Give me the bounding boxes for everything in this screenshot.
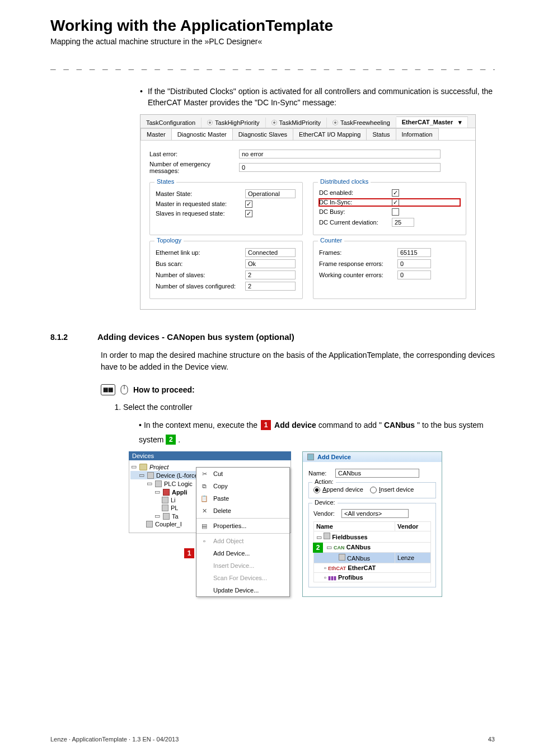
num-slaves-configured-label: Number of slaves configured: [156, 283, 245, 290]
callout-2-marker: 2 [313, 543, 323, 553]
append-device-radio[interactable]: AAppend deviceppend device [313, 486, 363, 493]
menu-add-device[interactable]: 1 Add Device... [196, 547, 289, 559]
canbus-item-icon [339, 554, 345, 561]
dc-busy-checkbox[interactable] [392, 208, 399, 216]
tab-taskfreewheeling[interactable]: TaskFreewheeling [327, 118, 396, 128]
paste-icon: 📋 [200, 494, 209, 503]
ethernet-link-value: Connected [245, 248, 296, 257]
insert-device-radio[interactable]: Insert device [370, 486, 414, 493]
properties-icon: ▤ [200, 521, 209, 530]
dc-deviation-value: 25 [392, 218, 414, 227]
tree-coupler[interactable]: Coupler_I [155, 521, 182, 528]
dc-insync-label: DC In-Sync: [319, 199, 392, 206]
dc-enabled-checkbox[interactable] [392, 189, 399, 197]
menu-paste[interactable]: 📋Paste [196, 492, 289, 505]
subtab-diagnostic-master[interactable]: Diagnostic Master [171, 128, 233, 140]
separator: _ _ _ _ _ _ _ _ _ _ _ _ _ _ _ _ _ _ _ _ … [50, 59, 495, 70]
last-error-label: Last error: [149, 151, 239, 157]
sub-tabstrip: Master Diagnostic Master Diagnostic Slav… [140, 128, 475, 141]
ethernet-link-label: Ethernet link up: [156, 249, 245, 256]
vendor-label: Vendor: [313, 510, 341, 517]
master-requested-checkbox[interactable] [245, 200, 252, 208]
mouse-icon [120, 385, 129, 395]
action-legend: Action: [312, 478, 336, 485]
menu-properties[interactable]: ▤Properties... [196, 520, 289, 532]
section-paragraph: In order to map the desired machine stru… [101, 349, 495, 373]
task-icon [163, 513, 170, 520]
tree-profibus[interactable]: Profibus [338, 574, 363, 581]
tab-taskmidpriority[interactable]: TaskMidPriority [266, 118, 327, 128]
tree-plc-logic[interactable]: PLC Logic [164, 480, 193, 487]
num-slaves-configured-value: 2 [245, 282, 296, 291]
how-to-proceed: ▦▦ How to proceed: [101, 384, 495, 395]
tree-application[interactable]: Appli [172, 489, 188, 496]
tree-pl[interactable]: PL [171, 505, 178, 511]
bus-scan-label: Bus scan: [156, 260, 245, 267]
topology-legend: Topology [154, 237, 184, 244]
menu-copy[interactable]: ⧉Copy [196, 480, 289, 492]
counter-legend: Counter [318, 237, 344, 244]
fieldbusses-icon [324, 533, 330, 539]
frame-response-errors-label: Frame response errors: [319, 260, 397, 267]
tree-ethercat[interactable]: EtherCAT [348, 564, 376, 571]
section-heading: Adding devices - CANopen bus system (opt… [97, 332, 294, 342]
counter-group: Counter Frames:65115 Frame response erro… [313, 241, 466, 299]
context-menu: ✂Cut ⧉Copy 📋Paste ✕Delete ▤Properties...… [196, 467, 290, 597]
subtab-master[interactable]: Master [140, 128, 172, 140]
top-tabstrip: TaskConfiguration TaskHighPriority TaskM… [140, 115, 475, 128]
gear-icon [271, 120, 277, 125]
ethercat-diagnostic-screenshot: TaskConfiguration TaskHighPriority TaskM… [140, 114, 476, 310]
page-title: Working with the ApplicationTemplate [50, 17, 495, 35]
master-requested-label: Master in requested state: [156, 200, 245, 207]
col-vendor[interactable]: Vendor [395, 522, 431, 531]
topology-group: Topology Ethernet link up:Connected Bus … [149, 241, 303, 299]
subtab-information[interactable]: Information [396, 128, 439, 140]
subtab-status[interactable]: Status [366, 128, 396, 140]
subtab-ethercat-io-mapping[interactable]: EtherCAT I/O Mapping [293, 128, 367, 140]
tab-taskconfiguration[interactable]: TaskConfiguration [140, 118, 202, 128]
tree-task[interactable]: Ta [172, 513, 179, 520]
device-group: Device: Vendor:<All vendors> NameVendor … [308, 503, 436, 587]
states-group: States Master State:Operational Master i… [149, 182, 303, 235]
tree-lib[interactable]: Li [171, 497, 176, 503]
device-icon [147, 472, 154, 479]
bus-scan-value: Ok [245, 259, 296, 268]
pl-icon [162, 505, 168, 511]
menu-update-device[interactable]: Update Device... [196, 584, 289, 596]
device-table[interactable]: NameVendor ▭ Fieldbusses 2 ▭ CAN CANbus … [313, 521, 431, 582]
devices-panel-title: Devices [129, 451, 291, 460]
last-error-value: no error [239, 150, 441, 158]
states-legend: States [154, 178, 176, 185]
callout-1-marker: 1 [184, 548, 194, 558]
tree-canbus-group[interactable]: CANbus [346, 544, 371, 550]
tab-dropdown-icon[interactable]: ▾ [458, 119, 462, 126]
device-legend: Device: [312, 499, 338, 506]
tab-ethercat-master[interactable]: EtherCAT_Master▾ [396, 116, 469, 128]
slaves-requested-checkbox[interactable] [245, 210, 252, 217]
working-counter-errors-value: 0 [397, 270, 431, 279]
tree-project[interactable]: Project [149, 464, 168, 470]
master-state-label: Master State: [156, 190, 245, 197]
tab-taskhighpriority[interactable]: TaskHighPriority [202, 118, 265, 128]
menu-delete[interactable]: ✕Delete [196, 505, 289, 517]
emergency-messages-value: 0 [239, 163, 441, 172]
footer-left: Lenze · ApplicationTemplate · 1.3 EN - 0… [50, 736, 179, 743]
dc-enabled-label: DC enabled: [319, 189, 392, 196]
add-device-title: Add Device [303, 452, 442, 462]
tree-fieldbusses[interactable]: Fieldbusses [332, 534, 368, 540]
action-group: Action: AAppend deviceppend device Inser… [308, 482, 436, 498]
working-counter-errors-label: Working counter errors: [319, 272, 397, 278]
menu-scan-for-devices: Scan For Devices... [196, 572, 289, 584]
dc-deviation-label: DC Current deviation: [319, 219, 392, 226]
menu-cut[interactable]: ✂Cut [196, 468, 289, 480]
dc-insync-checkbox[interactable] [392, 199, 399, 206]
subtab-diagnostic-slaves[interactable]: Diagnostic Slaves [232, 128, 293, 140]
col-name[interactable]: Name [314, 522, 395, 531]
vendor-select[interactable]: <All vendors> [341, 509, 409, 518]
num-slaves-label: Number of slaves: [156, 272, 245, 278]
tree-canbus-item[interactable]: CANbus [347, 555, 370, 562]
add-object-icon: ▫ [200, 536, 209, 545]
gear-icon [332, 120, 338, 125]
slaves-requested-label: Slaves in requesed state: [156, 210, 245, 217]
name-input[interactable]: CANbus [335, 469, 419, 478]
